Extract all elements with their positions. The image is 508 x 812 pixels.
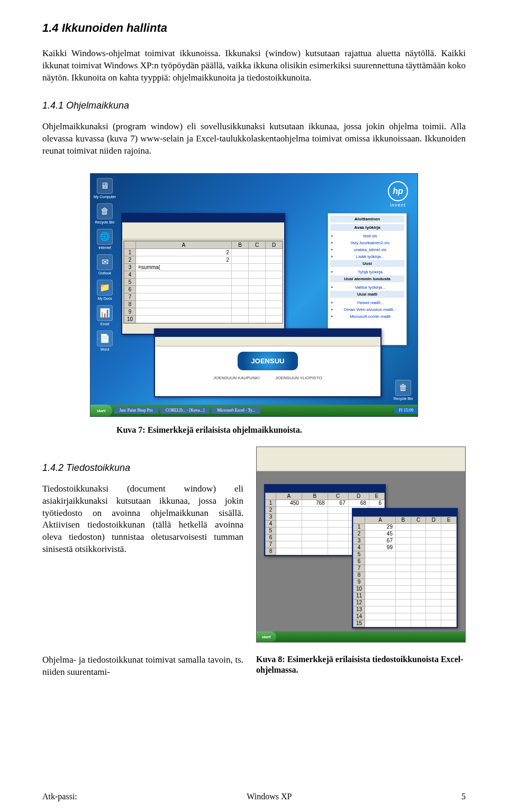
figure-7: 🖥My Computer 🗑Recycle Bin 🌐Internet ✉Out… bbox=[42, 173, 466, 417]
doc2-grid: ABCDE 12924536749956789101112131415 bbox=[353, 516, 457, 627]
excel-toolbar bbox=[122, 222, 284, 239]
paragraph-intro: Kaikki Windows-ohjelmat toimivat ikkunoi… bbox=[42, 48, 466, 84]
start-button[interactable]: start bbox=[257, 631, 276, 642]
recycle-bin-icon: 🗑Recycle Bin bbox=[392, 380, 414, 400]
task-pane-header: Aloittaminen bbox=[330, 216, 404, 222]
system-tray: FI 15:09 bbox=[395, 407, 418, 414]
figure-7-caption: Kuva 7: Esimerkkejä erilaisista ohjelmai… bbox=[116, 425, 466, 435]
page-footer: Atk-passi: Windows XP 5 bbox=[42, 792, 466, 801]
excel-grid: ABCD 12223=summa(45678910 bbox=[124, 241, 283, 323]
excel-window: ABCD 12223=summa(45678910 bbox=[121, 213, 285, 335]
hp-logo: hp invent bbox=[388, 181, 408, 208]
desktop-icon: 🖥My Computer bbox=[94, 178, 116, 199]
desktop-icon: 🌐Internet bbox=[94, 229, 116, 249]
desktop-icon: ✉Outlook bbox=[94, 254, 116, 275]
heading-1-4: 1.4 Ikkunoiden hallinta bbox=[42, 21, 466, 35]
taskbar-item[interactable]: Microsoft Excel - Ty... bbox=[212, 407, 260, 414]
screenshot-excel-docs: ABCDE 1450768676862345678 ABCDE 12924536… bbox=[256, 447, 466, 643]
desktop-icon: 📄Word bbox=[94, 331, 116, 351]
joensuu-logo: JOENSUU bbox=[238, 352, 298, 370]
taskbar-item[interactable]: Jasc Paint Shop Pro bbox=[114, 407, 158, 414]
heading-1-4-2: 1.4.2 Tiedostoikkuna bbox=[42, 462, 243, 474]
desktop-icon: 📊Excel bbox=[94, 305, 116, 326]
browser-window: JOENSUU JOENSUUN KAUPUNKI JOENSUUN YLIOP… bbox=[154, 328, 382, 397]
paragraph-continuation: Ohjelma- ja tiedostoikkunat toimivat sam… bbox=[42, 654, 243, 679]
figure-8-caption: Kuva 8: Esimerkkejä erilaisista tiedosto… bbox=[256, 654, 466, 676]
screenshot-desktop: 🖥My Computer 🗑Recycle Bin 🌐Internet ✉Out… bbox=[90, 173, 418, 417]
taskbar-item[interactable]: CORELD... - [Kuva...] bbox=[160, 407, 210, 414]
taskbar: start Jasc Paint Shop Pro CORELD... - [K… bbox=[90, 405, 418, 416]
footer-left: Atk-passi: bbox=[42, 792, 77, 801]
taskbar: start bbox=[257, 631, 465, 642]
footer-right: 5 bbox=[461, 792, 466, 801]
desktop-icon: 📁My Docs bbox=[94, 280, 116, 300]
paragraph-ohjelmaikkuna: Ohjelmaikkunaksi (program window) eli so… bbox=[42, 121, 466, 157]
footer-center: Windows XP bbox=[247, 792, 292, 801]
desktop-icon: 🗑Recycle Bin bbox=[94, 203, 116, 224]
task-pane: Aloittaminen Avaa työkirjatesti.xlslisty… bbox=[328, 213, 407, 345]
paragraph-tiedostoikkuna: Tiedostoikkunaksi (document window) eli … bbox=[42, 483, 243, 556]
heading-1-4-1: 1.4.1 Ohjelmaikkuna bbox=[42, 100, 466, 111]
start-button[interactable]: start bbox=[90, 405, 112, 416]
